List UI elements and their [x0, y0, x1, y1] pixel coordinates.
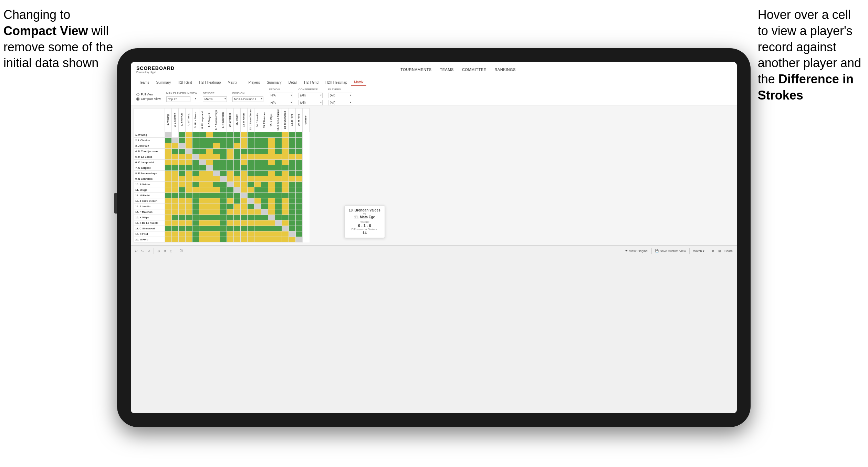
matrix-cell[interactable]	[220, 176, 227, 182]
matrix-cell[interactable]	[296, 187, 303, 193]
matrix-cell[interactable]	[289, 231, 296, 237]
matrix-cell[interactable]	[241, 176, 248, 182]
matrix-cell[interactable]	[220, 237, 227, 242]
matrix-cell[interactable]	[199, 187, 206, 193]
matrix-cell[interactable]	[268, 193, 275, 198]
matrix-cell[interactable]	[289, 138, 296, 143]
matrix-cell[interactable]	[206, 160, 213, 165]
region-select1[interactable]: N/A	[269, 93, 293, 98]
matrix-cell[interactable]	[275, 154, 282, 160]
matrix-cell[interactable]	[220, 143, 227, 149]
matrix-cell[interactable]	[192, 132, 199, 138]
matrix-cell[interactable]	[248, 154, 254, 160]
matrix-cell[interactable]	[179, 149, 186, 154]
matrix-cell[interactable]	[234, 165, 241, 171]
matrix-cell[interactable]	[220, 215, 227, 220]
matrix-cell[interactable]	[165, 226, 172, 231]
matrix-cell[interactable]	[213, 138, 220, 143]
matrix-cell[interactable]	[192, 154, 199, 160]
matrix-cell[interactable]	[234, 220, 241, 226]
matrix-cell[interactable]	[165, 165, 172, 171]
matrix-cell[interactable]	[186, 231, 192, 237]
matrix-cell[interactable]	[179, 204, 186, 209]
matrix-cell[interactable]	[282, 237, 289, 242]
matrix-cell[interactable]	[254, 220, 261, 226]
matrix-cell[interactable]	[289, 165, 296, 171]
matrix-cell[interactable]	[186, 187, 192, 193]
matrix-cell[interactable]	[227, 198, 234, 204]
matrix-cell[interactable]	[206, 220, 213, 226]
matrix-cell[interactable]	[241, 215, 248, 220]
matrix-cell[interactable]	[206, 226, 213, 231]
matrix-cell[interactable]	[248, 138, 254, 143]
matrix-cell[interactable]	[227, 154, 234, 160]
matrix-cell[interactable]	[241, 193, 248, 198]
toolbar-zoom-in[interactable]: ⊕	[164, 249, 166, 253]
matrix-cell[interactable]	[213, 132, 220, 138]
matrix-cell[interactable]	[261, 154, 268, 160]
matrix-cell[interactable]	[282, 204, 289, 209]
matrix-cell[interactable]	[234, 198, 241, 204]
matrix-cell[interactable]	[289, 215, 296, 220]
toolbar-redo[interactable]: ↪	[141, 249, 144, 253]
matrix-cell[interactable]	[172, 182, 179, 187]
matrix-cell[interactable]	[268, 160, 275, 165]
matrix-cell[interactable]	[275, 171, 282, 176]
matrix-cell[interactable]	[275, 187, 282, 193]
matrix-cell[interactable]	[296, 182, 303, 187]
subnav-detail[interactable]: Detail	[286, 79, 300, 86]
matrix-cell[interactable]	[199, 176, 206, 182]
matrix-cell[interactable]	[206, 215, 213, 220]
matrix-cell[interactable]	[289, 193, 296, 198]
matrix-cell[interactable]	[165, 154, 172, 160]
subnav-summary2[interactable]: Summary	[264, 79, 284, 86]
matrix-cell[interactable]	[206, 182, 213, 187]
matrix-cell[interactable]	[254, 132, 261, 138]
matrix-cell[interactable]	[275, 193, 282, 198]
compact-view-option[interactable]: Compact View	[136, 97, 161, 101]
matrix-cell[interactable]	[165, 187, 172, 193]
matrix-cell[interactable]	[206, 176, 213, 182]
matrix-cell[interactable]	[268, 209, 275, 215]
matrix-cell[interactable]	[261, 182, 268, 187]
matrix-cell[interactable]	[268, 187, 275, 193]
matrix-cell[interactable]	[241, 204, 248, 209]
matrix-cell[interactable]	[282, 209, 289, 215]
matrix-cell[interactable]	[213, 143, 220, 149]
matrix-cell[interactable]	[186, 237, 192, 242]
matrix-cell[interactable]	[179, 220, 186, 226]
matrix-cell[interactable]	[165, 204, 172, 209]
matrix-cell[interactable]	[172, 143, 179, 149]
matrix-cell[interactable]	[206, 231, 213, 237]
matrix-cell[interactable]	[172, 132, 179, 138]
matrix-cell[interactable]	[179, 176, 186, 182]
matrix-cell[interactable]	[248, 198, 254, 204]
matrix-cell[interactable]	[199, 220, 206, 226]
matrix-cell[interactable]	[296, 132, 303, 138]
matrix-cell[interactable]	[172, 215, 179, 220]
matrix-cell[interactable]	[220, 132, 227, 138]
matrix-cell[interactable]	[206, 204, 213, 209]
matrix-cell[interactable]	[268, 226, 275, 231]
matrix-cell[interactable]	[241, 237, 248, 242]
matrix-cell[interactable]	[213, 154, 220, 160]
matrix-cell[interactable]	[186, 165, 192, 171]
matrix-cell[interactable]	[261, 215, 268, 220]
matrix-cell[interactable]	[282, 160, 289, 165]
matrix-cell[interactable]	[165, 171, 172, 176]
matrix-cell[interactable]	[254, 171, 261, 176]
matrix-cell[interactable]	[186, 182, 192, 187]
matrix-cell[interactable]	[186, 143, 192, 149]
matrix-cell[interactable]	[186, 138, 192, 143]
matrix-cell[interactable]	[172, 231, 179, 237]
matrix-cell[interactable]	[172, 160, 179, 165]
matrix-cell[interactable]	[179, 154, 186, 160]
matrix-cell[interactable]	[206, 143, 213, 149]
matrix-cell[interactable]	[220, 209, 227, 215]
matrix-cell[interactable]	[296, 149, 303, 154]
matrix-cell[interactable]	[261, 220, 268, 226]
matrix-cell[interactable]	[296, 154, 303, 160]
matrix-cell[interactable]	[199, 226, 206, 231]
matrix-cell[interactable]	[296, 143, 303, 149]
matrix-cell[interactable]	[296, 165, 303, 171]
